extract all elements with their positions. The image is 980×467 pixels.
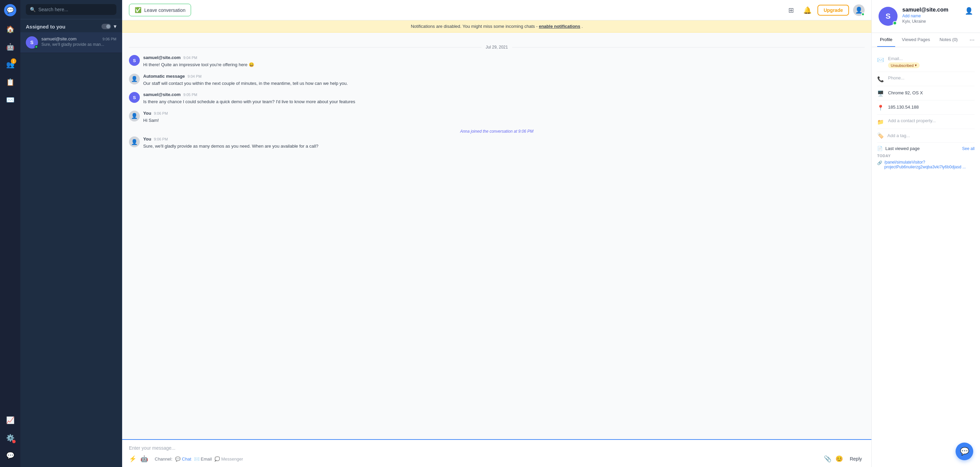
field-content: Add a contact property... <box>888 118 975 123</box>
last-viewed-header: 📄 Last viewed page See all <box>877 146 975 151</box>
search-container: 🔍 <box>21 0 122 19</box>
chat-widget-icon: 💬 <box>960 447 969 456</box>
see-all-link[interactable]: See all <box>962 146 975 151</box>
conversation-info: samuel@site.com 9:06 PM Sure, we'll glad… <box>41 36 116 47</box>
ip-field: 📍 185.130.54.188 <box>877 100 975 115</box>
search-icon: 🔍 <box>30 7 36 12</box>
badge-label: Unsubscribed <box>891 64 913 67</box>
mail-icon: ✉️ <box>6 96 14 104</box>
app-logo[interactable]: 💬 <box>4 4 16 16</box>
name-row: samuel@site.com 9:06 PM <box>41 36 116 41</box>
contact-property-field: 📁 Add a contact property... <box>877 115 975 129</box>
person-icon: 👤 <box>855 6 862 14</box>
browser-value: Chrome 92, OS X <box>888 90 975 96</box>
main-chat-area: ✅ Leave conversation ⊞ 🔔 Upgrade 👤 Notif… <box>122 0 872 467</box>
last-viewed-link[interactable]: 🔗 /panel/simulateVisitor?projectPub6nuii… <box>877 160 975 169</box>
grid-icon-button[interactable]: ⊞ <box>785 4 797 16</box>
channel-selector: Channel: 💬 Chat ✉️ Email 💭 Messenger <box>155 456 243 462</box>
search-box[interactable]: 🔍 <box>26 4 116 15</box>
link-icon: 🔗 <box>877 161 882 165</box>
email-placeholder[interactable]: Email... <box>888 56 975 61</box>
sidebar-item-contacts[interactable]: 👥 1 <box>3 57 18 72</box>
more-options-icon[interactable]: ··· <box>969 36 975 43</box>
dropdown-arrow-icon[interactable]: ▾ <box>114 24 116 30</box>
conversation-item[interactable]: S samuel@site.com 9:06 PM Sure, we'll gl… <box>21 32 122 53</box>
contact-email: samuel@site.com <box>902 7 960 13</box>
field-content: Chrome 92, OS X <box>888 89 975 96</box>
message-group: S samuel@site.com 9:05 PM Is there any c… <box>129 92 865 105</box>
conversation-list: S samuel@site.com 9:06 PM Sure, we'll gl… <box>21 32 122 467</box>
leave-button-label: Leave conversation <box>144 8 185 13</box>
email-channel-label: Email <box>201 456 212 462</box>
message-header: samuel@site.com 9:04 PM <box>143 55 865 60</box>
message-time: 9:04 PM <box>188 74 202 78</box>
message-content: Automatic message 9:04 PM Our staff will… <box>143 74 865 87</box>
sidebar-item-reports[interactable]: 📋 <box>3 75 18 89</box>
message-text: Hi Sam! <box>143 117 865 124</box>
leave-conversation-button[interactable]: ✅ Leave conversation <box>129 4 191 16</box>
emoji-icon[interactable]: 😊 <box>835 455 843 462</box>
field-content: Phone... <box>888 75 975 80</box>
message-time: 9:04 PM <box>183 56 197 60</box>
upgrade-button[interactable]: Upgrade <box>818 5 849 16</box>
add-tag-input[interactable]: Add a tag... <box>887 133 910 138</box>
notification-icon-button[interactable]: 🔔 <box>801 4 813 16</box>
toggle-button[interactable] <box>102 24 111 29</box>
message-group: 👤 You 9:06 PM Sure, we'll gladly provide… <box>129 136 865 150</box>
chat-header: ✅ Leave conversation ⊞ 🔔 Upgrade 👤 <box>122 0 872 21</box>
message-text: Sure, we'll gladly provide as many demos… <box>143 143 865 150</box>
tab-notes[interactable]: Notes (0) <box>937 33 960 47</box>
header-controls: ▾ <box>102 24 116 30</box>
sidebar-item-bot[interactable]: 🤖 <box>3 39 18 54</box>
location-icon: 📍 <box>877 105 884 111</box>
bell-icon: 🔔 <box>803 6 812 14</box>
tag-icon: 🏷️ <box>877 132 884 139</box>
search-input[interactable] <box>38 7 112 12</box>
field-content: 185.130.54.188 <box>888 104 975 110</box>
sidebar-item-chat[interactable]: 💬 <box>3 448 18 463</box>
property-placeholder[interactable]: Add a contact property... <box>888 118 975 123</box>
avatar: S <box>129 55 140 66</box>
phone-placeholder[interactable]: Phone... <box>888 75 975 80</box>
chat-widget[interactable]: 💬 <box>956 443 973 460</box>
ip-value: 185.130.54.188 <box>888 105 975 110</box>
phone-icon: 📞 <box>877 76 884 83</box>
sidebar-item-analytics[interactable]: 📈 <box>3 413 18 428</box>
channel-label: Channel: <box>155 456 172 462</box>
sidebar-item-home[interactable]: 🏠 <box>3 22 18 37</box>
sender-name: samuel@site.com <box>143 55 181 60</box>
tab-viewed-pages[interactable]: Viewed Pages <box>899 33 933 47</box>
sender-name: samuel@site.com <box>143 92 181 97</box>
message-text: Hi there! Quite an impressive tool you'r… <box>143 61 865 68</box>
email-icon: ✉️ <box>877 57 884 63</box>
bot-toolbar-icon[interactable]: 🤖 <box>140 455 148 462</box>
profile-tabs: Profile Viewed Pages Notes (0) ··· <box>872 33 980 47</box>
sidebar-item-settings[interactable]: ⚙️ <box>3 430 18 445</box>
message-group: 👤 You 9:06 PM Hi Sam! <box>129 111 865 124</box>
chat-nav-icon: 💬 <box>6 451 14 459</box>
contact-location: Kyiv, Ukraine <box>902 19 960 24</box>
add-name-link[interactable]: Add name <box>902 14 960 18</box>
message-input[interactable] <box>129 444 865 453</box>
chat-channel-option[interactable]: 💬 Chat <box>175 456 191 462</box>
avatar: S <box>26 36 38 49</box>
message-time: 9:05 PM <box>183 92 197 97</box>
unsubscribed-badge[interactable]: Unsubscribed ▾ <box>888 62 920 68</box>
contact-avatar: S <box>878 7 897 26</box>
sidebar-item-mail[interactable]: ✉️ <box>3 92 18 107</box>
message-content: samuel@site.com 9:04 PM Hi there! Quite … <box>143 55 865 68</box>
notification-bar: Notifications are disabled. You might mi… <box>122 21 872 33</box>
email-channel-option[interactable]: ✉️ Email <box>194 456 212 462</box>
chat-channel-label: Chat <box>182 456 191 462</box>
last-viewed-section: 📄 Last viewed page See all TODAY 🔗 /pane… <box>877 143 975 173</box>
contacts-badge: 1 <box>11 58 16 64</box>
enable-notifications-link[interactable]: enable notifications <box>539 24 580 29</box>
messenger-channel-option[interactable]: 💭 Messenger <box>215 456 243 462</box>
checkmark-icon: ✅ <box>135 7 142 13</box>
lightning-icon[interactable]: ⚡ <box>129 455 137 462</box>
tab-profile[interactable]: Profile <box>877 33 895 47</box>
sender-name: You <box>143 136 151 142</box>
sender-name: Automatic message <box>143 74 185 79</box>
reply-button[interactable]: Reply <box>847 455 865 463</box>
attachment-icon[interactable]: 📎 <box>824 455 831 462</box>
